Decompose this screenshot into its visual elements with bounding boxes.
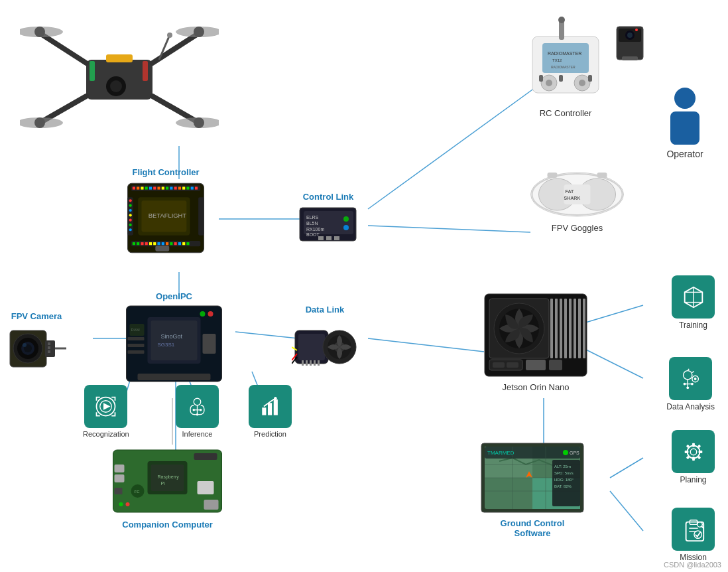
data-analysis-node: Data Analysis (666, 357, 715, 411)
mission-node: Mission (672, 508, 715, 562)
svg-text:ELRS: ELRS (306, 215, 319, 220)
analysis-svg (678, 366, 703, 392)
svg-line-2 (368, 86, 537, 209)
operator-node: Operator (665, 86, 705, 159)
svg-rect-60 (145, 242, 148, 245)
svg-rect-40 (133, 186, 135, 189)
svg-text:BETAFLIGHT: BETAFLIGHT (149, 212, 186, 220)
oipc-node: OpenIPC SinoGot SG3S1 RAM (123, 289, 225, 386)
control-link-image: ELRS BL5N RX100m BOOT (298, 204, 358, 247)
recognization-node: Recognization (83, 385, 129, 438)
fc-image: BETAFLIGHT (123, 180, 209, 259)
pred-svg (259, 395, 282, 418)
diagram-container: Flight Controller (0, 0, 728, 572)
svg-point-192 (126, 502, 130, 506)
svg-rect-42 (141, 186, 143, 189)
inference-label: Inference (182, 430, 213, 438)
data-link-node: Data Link (292, 302, 358, 380)
svg-rect-210 (549, 360, 562, 370)
svg-point-27 (34, 27, 45, 37)
svg-text:RADIOMASTER: RADIOMASTER (548, 51, 581, 56)
svg-rect-176 (274, 399, 278, 415)
svg-rect-244 (692, 443, 695, 447)
svg-point-102 (579, 80, 585, 86)
svg-rect-33 (106, 54, 133, 62)
svg-point-29 (34, 117, 45, 128)
svg-rect-50 (174, 186, 177, 189)
svg-point-172 (200, 409, 202, 411)
svg-point-79 (129, 209, 132, 212)
oipc-label: OpenIPC (156, 291, 192, 301)
svg-rect-114 (622, 56, 638, 60)
svg-point-177 (274, 397, 276, 399)
control-link-svg: ELRS BL5N RX100m BOOT (298, 204, 358, 244)
svg-rect-46 (157, 186, 160, 189)
jetson-image (483, 292, 589, 381)
svg-rect-246 (684, 451, 688, 453)
svg-text:BAT: 82%: BAT: 82% (554, 484, 572, 488)
svg-rect-61 (149, 242, 152, 245)
svg-text:BOOT: BOOT (306, 232, 320, 237)
planing-node: Planing (672, 430, 715, 484)
prediction-label: Prediction (254, 430, 286, 438)
mission-svg (681, 517, 706, 542)
svg-point-78 (129, 204, 132, 207)
svg-rect-59 (141, 242, 143, 245)
svg-rect-92 (318, 236, 324, 240)
fpv-goggles-node: FAT SHARK FPV Goggles (526, 165, 629, 233)
svg-point-37 (167, 33, 172, 38)
svg-text:RADIOMASTER: RADIOMASTER (551, 65, 576, 69)
svg-text:SG3S1: SG3S1 (158, 342, 175, 348)
svg-point-220 (691, 382, 694, 385)
svg-marker-166 (103, 403, 111, 410)
svg-rect-160 (48, 342, 50, 345)
svg-point-229 (563, 450, 568, 455)
flight-controller-node: Flight Controller (123, 165, 209, 259)
svg-text:SHARK: SHARK (564, 196, 581, 200)
svg-point-158 (23, 343, 27, 347)
planing-svg (681, 439, 706, 465)
infer-svg (186, 395, 209, 418)
svg-point-83 (129, 228, 132, 231)
svg-rect-148 (302, 360, 304, 366)
svg-rect-93 (326, 236, 332, 240)
data-analysis-label: Data Analysis (666, 402, 715, 411)
svg-rect-137 (203, 334, 216, 354)
svg-rect-185 (115, 488, 123, 494)
inference-node: Inference (176, 385, 219, 438)
svg-point-80 (129, 214, 132, 216)
svg-line-7 (368, 338, 484, 352)
svg-rect-161 (48, 346, 50, 349)
prediction-node: Prediction (249, 385, 292, 438)
data-link-label: Data Link (306, 305, 345, 315)
svg-text:RAM: RAM (131, 328, 140, 332)
svg-rect-44 (149, 186, 152, 189)
svg-point-77 (129, 199, 132, 202)
svg-rect-183 (115, 465, 125, 472)
svg-text:BL5N: BL5N (306, 221, 318, 226)
svg-rect-124 (548, 173, 558, 178)
svg-point-219 (683, 382, 686, 385)
svg-point-90 (343, 216, 349, 222)
drone-node (20, 7, 219, 146)
flight-controller-label: Flight Controller (132, 167, 199, 177)
control-link-label: Control Link (303, 192, 354, 202)
svg-rect-199 (555, 299, 558, 358)
svg-point-91 (343, 225, 349, 230)
jetson-svg (483, 292, 589, 378)
svg-rect-94 (334, 236, 339, 240)
svg-text:HDG: 180°: HDG: 180° (554, 478, 574, 482)
goggles-image: FAT SHARK (526, 165, 629, 220)
svg-line-12 (610, 491, 643, 531)
ground-control-label: Ground ControlSoftware (501, 518, 565, 538)
svg-rect-205 (583, 299, 585, 358)
svg-rect-135 (128, 344, 145, 347)
svg-line-3 (368, 226, 530, 232)
svg-rect-41 (137, 186, 139, 189)
fpvcam-svg (7, 324, 66, 374)
svg-rect-51 (178, 186, 181, 189)
svg-rect-57 (133, 242, 135, 245)
svg-point-139 (200, 311, 206, 317)
svg-text:Pi: Pi (161, 481, 166, 486)
svg-rect-34 (90, 61, 95, 81)
